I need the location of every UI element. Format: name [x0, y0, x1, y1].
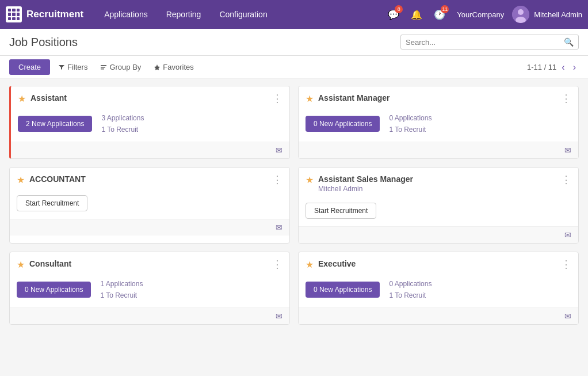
start-recruitment-button[interactable]: Start Recruitment: [17, 195, 87, 211]
filters-button[interactable]: Filters: [54, 60, 92, 74]
filter-icon: [58, 64, 65, 71]
card-footer: ✉: [299, 226, 578, 243]
groupby-button[interactable]: Group By: [96, 60, 146, 74]
favorites-label: Favorites: [163, 63, 193, 71]
search-input[interactable]: [406, 38, 564, 47]
create-button[interactable]: Create: [9, 59, 50, 75]
clock-badge: 11: [441, 5, 449, 13]
stat-applications: 0 Applications: [389, 112, 432, 124]
page-title: Job Positions: [9, 36, 395, 49]
job-card-executive: ★ Executive ⋮ 0 New Applications 0 Appli…: [298, 252, 579, 325]
job-card-assistant-manager: ★ Assistant Manager ⋮ 0 New Applications…: [298, 86, 579, 159]
bell-icon-btn[interactable]: 🔔: [407, 5, 426, 24]
card-menu-button[interactable]: ⋮: [561, 93, 571, 104]
email-icon[interactable]: ✉: [564, 230, 571, 240]
nav-applications[interactable]: Applications: [95, 2, 157, 27]
nav-links: Applications Reporting Configuration: [95, 2, 384, 27]
username: Mitchell Admin: [534, 10, 582, 19]
card-title: Assistant: [30, 93, 272, 102]
job-card-consultant: ★ Consultant ⋮ 0 New Applications 1 Appl…: [9, 252, 290, 325]
star-icon[interactable]: ★: [17, 174, 25, 185]
avatar[interactable]: [512, 6, 529, 23]
star-icon[interactable]: ★: [306, 174, 314, 185]
email-icon[interactable]: ✉: [276, 312, 282, 321]
email-icon[interactable]: ✉: [276, 223, 282, 232]
new-apps-button[interactable]: 0 New Applications: [306, 282, 380, 298]
card-stats: 0 Applications 1 To Recruit: [389, 278, 432, 302]
star-icon[interactable]: ★: [18, 93, 26, 104]
svg-marker-6: [154, 64, 160, 70]
chat-icon-btn[interactable]: 💬 8: [384, 5, 403, 24]
new-apps-button[interactable]: 0 New Applications: [306, 116, 380, 132]
card-footer: ✉: [11, 142, 289, 158]
email-icon[interactable]: ✉: [276, 146, 282, 155]
card-menu-button[interactable]: ⋮: [272, 93, 282, 104]
card-header: ★ Assistant Sales Manager Mitchell Admin…: [299, 168, 578, 198]
star-icon[interactable]: ★: [17, 259, 25, 270]
card-header: ★ Executive ⋮: [299, 252, 578, 275]
stat-recruit: 1 To Recruit: [100, 290, 143, 301]
grid-icon: [6, 6, 22, 22]
search-box[interactable]: 🔍: [400, 35, 579, 50]
stat-applications: 1 Applications: [100, 278, 143, 290]
star-icon[interactable]: ★: [306, 93, 314, 104]
clock-icon-btn[interactable]: 🕐 11: [430, 5, 449, 24]
card-body: 0 New Applications 1 Applications 1 To R…: [10, 275, 289, 307]
star-icon: [154, 64, 161, 71]
card-title: Executive: [318, 259, 561, 268]
pagination-text: 1-11 / 11: [527, 63, 556, 71]
card-subtitle: Mitchell Admin: [318, 185, 561, 193]
stat-recruit: 1 To Recruit: [389, 290, 432, 301]
card-header: ★ ACCOUNTANT ⋮: [10, 168, 289, 190]
card-stats: 1 Applications 1 To Recruit: [100, 278, 143, 302]
cards-grid: ★ Assistant ⋮ 2 New Applications 3 Appli…: [9, 86, 579, 325]
svg-rect-5: [101, 69, 104, 70]
prev-page-button[interactable]: ‹: [559, 61, 567, 74]
chat-badge: 8: [395, 5, 403, 13]
svg-point-1: [518, 9, 524, 15]
card-stats: 3 Applications 1 To Recruit: [101, 112, 144, 136]
topnav: Recruitment Applications Reporting Confi…: [0, 0, 588, 29]
card-body: Start Recruitment: [10, 190, 289, 219]
card-menu-button[interactable]: ⋮: [272, 174, 282, 185]
card-menu-button[interactable]: ⋮: [272, 259, 282, 269]
card-footer: ✉: [299, 307, 578, 324]
card-body: 0 New Applications 0 Applications 1 To R…: [299, 275, 578, 307]
new-apps-button[interactable]: 0 New Applications: [17, 282, 91, 298]
card-header: ★ Assistant ⋮: [11, 86, 289, 109]
next-page-button[interactable]: ›: [570, 61, 579, 74]
email-icon[interactable]: ✉: [564, 146, 571, 155]
main-content: ★ Assistant ⋮ 2 New Applications 3 Appli…: [0, 79, 588, 376]
card-title: Assistant Sales Manager: [318, 174, 561, 184]
svg-rect-3: [101, 65, 106, 66]
toolbar: Create Filters Group By Favorites 1-11 /…: [0, 56, 588, 79]
start-recruitment-button[interactable]: Start Recruitment: [306, 203, 376, 219]
card-footer: ✉: [10, 307, 289, 324]
card-title: ACCOUNTANT: [29, 174, 272, 184]
groupby-label: Group By: [109, 63, 141, 71]
bell-icon: 🔔: [411, 9, 422, 20]
nav-configuration[interactable]: Configuration: [210, 2, 276, 27]
card-header: ★ Consultant ⋮: [10, 252, 289, 275]
app-title: Recruitment: [26, 9, 83, 20]
favorites-button[interactable]: Favorites: [149, 60, 198, 74]
stat-recruit: 1 To Recruit: [101, 124, 144, 135]
email-icon[interactable]: ✉: [564, 312, 571, 321]
company-name[interactable]: YourCompany: [457, 10, 504, 19]
page-header: Job Positions 🔍: [0, 29, 588, 56]
avatar-image: [512, 6, 529, 23]
card-menu-button[interactable]: ⋮: [561, 259, 571, 269]
new-apps-button[interactable]: 2 New Applications: [18, 116, 92, 132]
filters-label: Filters: [67, 63, 87, 71]
nav-reporting[interactable]: Reporting: [157, 2, 211, 27]
nav-right: 💬 8 🔔 🕐 11 YourCompany Mitchell Admin: [384, 5, 582, 24]
card-footer: ✉: [299, 142, 578, 158]
stat-applications: 3 Applications: [101, 112, 144, 124]
card-menu-button[interactable]: ⋮: [561, 174, 571, 185]
pagination: 1-11 / 11 ‹ ›: [527, 61, 579, 74]
card-stats: 0 Applications 1 To Recruit: [389, 112, 432, 136]
card-body: 0 New Applications 0 Applications 1 To R…: [299, 109, 578, 142]
app-logo[interactable]: Recruitment: [6, 6, 83, 22]
search-icon[interactable]: 🔍: [564, 37, 574, 47]
star-icon[interactable]: ★: [306, 259, 314, 270]
